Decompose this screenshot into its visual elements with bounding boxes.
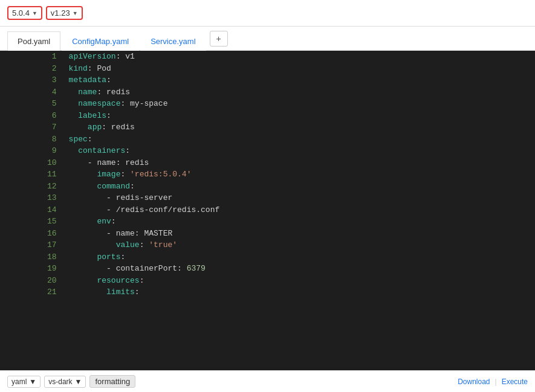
code-table: 1apiVersion: v12kind: Pod3metadata:4 nam… (0, 51, 535, 298)
code-editor[interactable]: 1apiVersion: v12kind: Pod3metadata:4 nam… (0, 51, 535, 370)
table-row: 4 name: redis (0, 86, 535, 98)
bottom-right: Download | Execute (458, 378, 528, 386)
line-number: 12 (0, 181, 64, 193)
tabs-bar: Pod.yaml ConfigMap.yaml Service.yaml + (0, 27, 535, 51)
tab-add-button[interactable]: + (210, 31, 228, 47)
table-row: 18 ports: (0, 251, 535, 263)
line-code: - /redis-conf/redis.conf (64, 204, 535, 216)
table-row: 9 containers: (0, 145, 535, 157)
line-code: - name: MASTER (64, 228, 535, 240)
table-row: 12 command: (0, 181, 535, 193)
line-code: - redis-server (64, 192, 535, 204)
line-number: 16 (0, 228, 64, 240)
version1-label: 5.0.4 (12, 8, 30, 18)
table-row: 5 namespace: my-space (0, 98, 535, 110)
line-number: 9 (0, 145, 64, 157)
line-number: 7 (0, 121, 64, 133)
line-code: spec: (64, 133, 535, 146)
line-number: 18 (0, 251, 64, 263)
line-number: 14 (0, 204, 64, 216)
table-row: 15 env: (0, 216, 535, 228)
line-code: - containerPort: 6379 (64, 263, 535, 275)
line-code: env: (64, 216, 535, 228)
tab-service[interactable]: Service.yaml (140, 31, 206, 51)
top-bar: 5.0.4 ▼ v1.23 ▼ (0, 0, 535, 27)
version2-label: v1.23 (51, 8, 70, 18)
table-row: 11 image: 'redis:5.0.4' (0, 169, 535, 181)
table-row: 16 - name: MASTER (0, 228, 535, 240)
table-row: 10 - name: redis (0, 157, 535, 169)
line-code: ports: (64, 251, 535, 263)
tab-configmap[interactable]: ConfigMap.yaml (62, 31, 139, 51)
line-number: 19 (0, 263, 64, 275)
line-number: 15 (0, 216, 64, 228)
line-number: 8 (0, 133, 64, 146)
format-label: yaml (11, 378, 27, 386)
bottom-left: yaml ▼ vs-dark ▼ formatting (7, 375, 135, 388)
version1-arrow: ▼ (32, 10, 37, 16)
execute-link[interactable]: Execute (502, 378, 528, 386)
line-number: 3 (0, 74, 64, 86)
format-arrow: ▼ (29, 378, 36, 386)
format-dropdown[interactable]: yaml ▼ (7, 376, 41, 388)
line-code: command: (64, 181, 535, 193)
line-number: 2 (0, 63, 64, 75)
table-row: 3metadata: (0, 74, 535, 86)
line-number: 4 (0, 86, 64, 98)
separator: | (495, 378, 497, 386)
table-row: 1apiVersion: v1 (0, 51, 535, 63)
table-row: 19 - containerPort: 6379 (0, 263, 535, 275)
bottom-bar: yaml ▼ vs-dark ▼ formatting Download | E… (0, 370, 535, 392)
line-number: 10 (0, 157, 64, 169)
table-row: 21 limits: (0, 286, 535, 298)
line-number: 1 (0, 51, 64, 63)
line-code: labels: (64, 110, 535, 122)
version2-dropdown[interactable]: v1.23 ▼ (46, 6, 83, 20)
line-code: apiVersion: v1 (64, 51, 535, 63)
line-code: resources: (64, 275, 535, 287)
table-row: 6 labels: (0, 110, 535, 122)
table-row: 13 - redis-server (0, 192, 535, 204)
line-code: name: redis (64, 86, 535, 98)
theme-label: vs-dark (48, 378, 72, 386)
line-code: limits: (64, 286, 535, 298)
line-number: 6 (0, 110, 64, 122)
table-row: 2kind: Pod (0, 63, 535, 75)
formatting-label: formatting (89, 375, 135, 388)
line-code: kind: Pod (64, 63, 535, 75)
theme-arrow: ▼ (75, 378, 82, 386)
table-row: 17 value: 'true' (0, 239, 535, 251)
line-code: metadata: (64, 74, 535, 86)
line-number: 17 (0, 239, 64, 251)
line-code: - name: redis (64, 157, 535, 169)
table-row: 7 app: redis (0, 121, 535, 133)
line-number: 20 (0, 275, 64, 287)
version2-arrow: ▼ (73, 10, 78, 16)
table-row: 8spec: (0, 133, 535, 146)
theme-dropdown[interactable]: vs-dark ▼ (44, 376, 86, 388)
tab-pod[interactable]: Pod.yaml (7, 31, 60, 51)
line-code: containers: (64, 145, 535, 157)
version1-dropdown[interactable]: 5.0.4 ▼ (7, 6, 42, 20)
line-code: image: 'redis:5.0.4' (64, 169, 535, 181)
line-code: namespace: my-space (64, 98, 535, 110)
line-number: 11 (0, 169, 64, 181)
line-number: 21 (0, 286, 64, 298)
download-link[interactable]: Download (458, 378, 490, 386)
table-row: 14 - /redis-conf/redis.conf (0, 204, 535, 216)
line-number: 13 (0, 192, 64, 204)
line-code: value: 'true' (64, 239, 535, 251)
line-number: 5 (0, 98, 64, 110)
line-code: app: redis (64, 121, 535, 133)
table-row: 20 resources: (0, 275, 535, 287)
